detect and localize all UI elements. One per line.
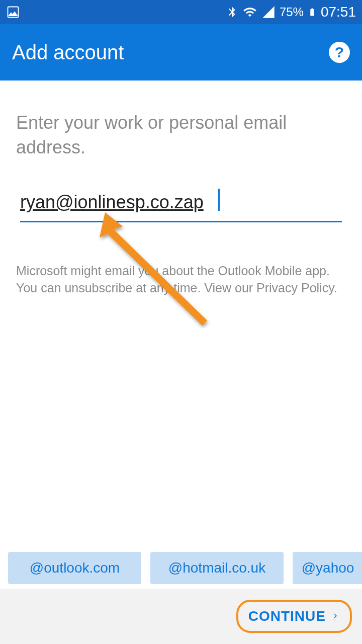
picture-icon [6, 5, 20, 19]
battery-icon [308, 5, 317, 19]
chevron-right-icon [331, 608, 340, 625]
signal-icon [261, 5, 276, 19]
status-left-icons [6, 5, 20, 19]
privacy-notice: Microsoft might email you about the Outl… [16, 263, 346, 297]
suggestion-hotmail[interactable]: @hotmail.co.uk [150, 552, 284, 584]
status-right-icons: 75% 07:51 [226, 4, 356, 20]
battery-percent: 75% [280, 5, 304, 19]
domain-suggestions: @outlook.com @hotmail.co.uk @yahoo [0, 547, 362, 589]
suggestion-outlook[interactable]: @outlook.com [8, 552, 141, 584]
bottom-bar: CONTINUE [0, 589, 362, 644]
continue-label: CONTINUE [248, 608, 326, 624]
status-time: 07:51 [321, 4, 356, 20]
email-input-wrapper [16, 188, 346, 222]
continue-button[interactable]: CONTINUE [236, 600, 352, 633]
text-cursor [218, 189, 220, 211]
page-title: Add account [12, 41, 124, 64]
help-icon: ? [335, 44, 344, 61]
email-field[interactable] [20, 188, 342, 222]
suggestion-yahoo[interactable]: @yahoo [293, 552, 362, 584]
help-button[interactable]: ? [329, 42, 350, 63]
instruction-text: Enter your work or personal email addres… [16, 111, 346, 159]
wifi-icon [242, 5, 257, 19]
status-bar: 75% 07:51 [0, 0, 362, 24]
app-bar: Add account ? [0, 24, 362, 80]
bluetooth-icon [226, 5, 238, 19]
content-area: Enter your work or personal email addres… [0, 80, 362, 297]
